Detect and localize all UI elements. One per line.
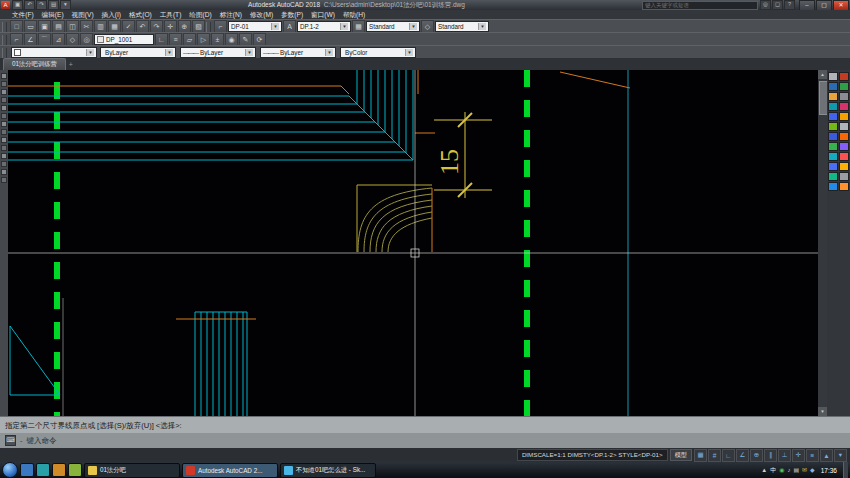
show-desktop-button[interactable] [843, 462, 848, 478]
palette-icon[interactable] [839, 122, 849, 131]
palette-icon[interactable] [828, 132, 838, 141]
menu-item[interactable]: 帮助(H) [339, 10, 369, 19]
model-space-canvas[interactable]: 15 [8, 70, 818, 416]
redo-icon[interactable]: ↷ [36, 0, 47, 10]
palette-icon[interactable] [828, 82, 838, 91]
toolbar-grip[interactable] [2, 22, 7, 32]
draw-tool-icon[interactable] [1, 97, 7, 103]
current-layer-field[interactable]: DP_1001 [94, 34, 154, 45]
menu-item[interactable]: 插入(I) [98, 10, 125, 19]
palette-icon[interactable] [839, 102, 849, 111]
app-logo-icon[interactable]: A [1, 1, 10, 9]
draw-tool-icon[interactable] [1, 145, 7, 151]
volume-icon[interactable]: ♪ [787, 464, 790, 476]
palette-icon[interactable] [828, 152, 838, 161]
chevron-down-icon[interactable]: ▼ [340, 23, 348, 30]
search-icon[interactable]: ◎ [760, 0, 771, 10]
infocenter-search-input[interactable] [642, 1, 758, 10]
draw-tool-icon[interactable] [1, 89, 7, 95]
osnap-icon[interactable]: ⊕ [750, 449, 763, 462]
palette-icon[interactable] [839, 172, 849, 181]
palette-icon[interactable] [828, 102, 838, 111]
close-button[interactable]: ✕ [833, 0, 849, 11]
menu-item[interactable]: 文件(F) [8, 10, 38, 19]
menu-item[interactable]: 格式(O) [125, 10, 156, 19]
toolbar-grip[interactable] [206, 22, 211, 32]
palette-icon[interactable] [839, 182, 849, 191]
hidden-icons-arrow[interactable]: ▲ [761, 464, 767, 476]
draw-tool-icon[interactable] [1, 169, 7, 175]
taskbar-window-button[interactable]: 不知道01吧怎么进 - Sk... [280, 463, 376, 478]
dim-style-combo[interactable]: DP-01▼ [228, 21, 282, 32]
draw-tool-icon[interactable] [1, 153, 7, 159]
undo-icon[interactable]: ↶ [24, 0, 35, 10]
palette-icon[interactable] [839, 152, 849, 161]
dyninput-icon[interactable]: ✛ [792, 449, 805, 462]
draw-tool-icon[interactable] [1, 73, 7, 79]
palette-icon[interactable] [828, 122, 838, 131]
menu-item[interactable]: 绘图(D) [185, 10, 215, 19]
taskbar-window-button[interactable]: 01法分吧 [84, 463, 180, 478]
draw-tool-icon[interactable] [1, 161, 7, 167]
draw-tool-icon[interactable] [1, 81, 7, 87]
lineweight-icon[interactable]: ≡ [806, 449, 819, 462]
chevron-down-icon[interactable]: ▼ [478, 23, 486, 30]
drawing-tab[interactable]: 01法分吧训练营 [3, 58, 66, 70]
menu-item[interactable]: 窗口(W) [307, 10, 339, 19]
toolbar-grip[interactable] [2, 48, 7, 58]
palette-icon[interactable] [828, 72, 838, 81]
palette-icon[interactable] [828, 142, 838, 151]
mleader-style-combo[interactable]: Standard▼ [435, 21, 489, 32]
quicklaunch-icon[interactable] [52, 463, 66, 477]
palette-icon[interactable] [839, 162, 849, 171]
ime-icon[interactable]: 中 [770, 464, 776, 476]
draw-tool-icon[interactable] [1, 137, 7, 143]
menu-item[interactable]: 标注(N) [216, 10, 246, 19]
command-input-line[interactable]: ⌨ - 键入命令 [0, 433, 850, 448]
polar-icon[interactable]: ∠ [736, 449, 749, 462]
palette-icon[interactable] [828, 162, 838, 171]
customize-icon[interactable]: ▾ [834, 449, 847, 462]
quicklaunch-icon[interactable] [68, 463, 82, 477]
otrack-icon[interactable]: ∥ [764, 449, 777, 462]
qsave-icon[interactable]: ▣ [12, 0, 23, 10]
quicklaunch-icon[interactable] [20, 463, 34, 477]
layer-combo[interactable]: ▼ [11, 47, 97, 58]
chevron-down-icon[interactable]: ▼ [271, 23, 279, 30]
palette-icon[interactable] [828, 92, 838, 101]
text-style-combo[interactable]: DP.1-2▼ [297, 21, 351, 32]
taskbar-window-button[interactable]: Autodesk AutoCAD 2... [182, 463, 278, 478]
draw-tool-icon[interactable] [1, 113, 7, 119]
toolbar-grip[interactable] [2, 35, 7, 45]
workspace-switch-icon[interactable]: ▾ [60, 0, 71, 10]
palette-icon[interactable] [839, 142, 849, 151]
palette-icon[interactable] [839, 82, 849, 91]
menu-item[interactable]: 参数(P) [277, 10, 307, 19]
annotation-icon[interactable]: ▲ [820, 449, 833, 462]
linetype-combo[interactable]: ——— ByLayer ▼ [180, 47, 256, 58]
palette-icon[interactable] [828, 182, 838, 191]
chevron-down-icon[interactable]: ▼ [86, 49, 94, 56]
scroll-up-icon[interactable]: ▲ [818, 70, 827, 79]
plot-icon[interactable]: ▤ [48, 0, 59, 10]
vertical-scrollbar[interactable]: ▲ ▼ [818, 70, 827, 416]
network-icon[interactable]: ▤ [793, 464, 799, 476]
chevron-down-icon[interactable]: ▼ [405, 49, 413, 56]
ducs-icon[interactable]: ⊥ [778, 449, 791, 462]
maximize-button[interactable]: ▢ [816, 0, 832, 11]
chevron-down-icon[interactable]: ▼ [325, 49, 333, 56]
antivirus-icon[interactable]: ◉ [779, 464, 784, 476]
minimize-button[interactable]: – [799, 0, 815, 11]
palette-icon[interactable] [828, 172, 838, 181]
taskbar-clock[interactable]: 17:36 [818, 467, 840, 474]
chevron-down-icon[interactable]: ▼ [245, 49, 253, 56]
menu-item[interactable]: 视图(V) [68, 10, 98, 19]
palette-icon[interactable] [839, 92, 849, 101]
palette-icon[interactable] [839, 72, 849, 81]
start-button[interactable] [2, 462, 18, 478]
quicklaunch-icon[interactable] [36, 463, 50, 477]
signin-icon[interactable]: ▢ [772, 0, 783, 10]
snap-icon[interactable]: # [708, 449, 721, 462]
menu-item[interactable]: 编辑(E) [38, 10, 68, 19]
message-icon[interactable]: ✉ [802, 464, 807, 476]
